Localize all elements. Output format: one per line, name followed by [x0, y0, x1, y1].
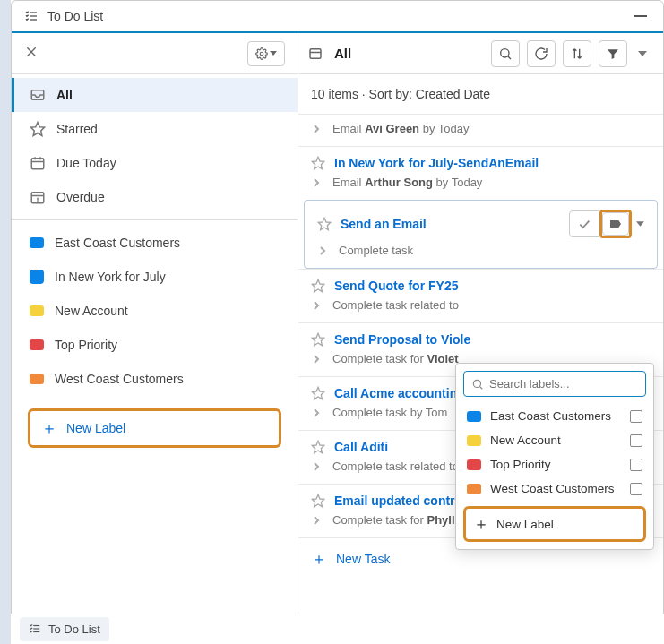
new-label-text: New Label [66, 421, 125, 435]
nav-item-all[interactable]: All [12, 78, 298, 112]
chevron-right-icon [313, 408, 323, 418]
star-icon[interactable] [311, 386, 325, 400]
task-subtext: Email Arthur Song by Today [332, 176, 482, 189]
task-title[interactable]: Email updated contract [334, 494, 473, 508]
label-task-button[interactable] [602, 212, 629, 236]
nav-item-starred[interactable]: Starred [12, 112, 298, 146]
nav-label: Overdue [56, 190, 105, 204]
task-item[interactable]: In New York for July-SendAnEmail Email A… [298, 146, 663, 200]
svg-point-5 [260, 52, 263, 56]
complete-task-button[interactable] [569, 210, 599, 237]
label-color-chip [467, 484, 481, 494]
sidebar-toolbar [12, 33, 298, 74]
label-option-text: East Coast Customers [490, 409, 611, 423]
chevron-right-icon [313, 461, 323, 472]
checkbox[interactable] [630, 459, 642, 471]
label-option-text: West Coast Customers [490, 482, 615, 495]
svg-marker-26 [312, 494, 323, 506]
footer-todo-button[interactable]: To Do List [20, 617, 109, 641]
task-title[interactable]: Call Aditi [334, 440, 388, 454]
refresh-button[interactable] [527, 40, 556, 67]
svg-point-18 [501, 48, 509, 56]
sidebar-label-ny-july[interactable]: In New York for July [12, 260, 298, 294]
nav-item-due-today[interactable]: Due Today [12, 146, 298, 180]
sidebar-label-new-account[interactable]: New Account [12, 294, 298, 328]
nav-label: Due Today [56, 156, 116, 170]
chevron-right-icon [313, 515, 323, 526]
label-search-input[interactable] [489, 377, 640, 391]
nav-label: East Coast Customers [55, 236, 180, 250]
task-actions [569, 210, 648, 238]
plus-icon: ＋ [311, 551, 327, 567]
star-icon[interactable] [311, 494, 325, 508]
overdue-icon [30, 189, 46, 205]
label-color-chip [30, 339, 44, 350]
svg-point-15 [38, 202, 39, 202]
star-icon[interactable] [311, 440, 325, 454]
settings-dropdown-button[interactable] [247, 41, 285, 66]
sort-icon [570, 47, 584, 61]
star-icon[interactable] [311, 156, 325, 170]
label-color-chip [30, 270, 44, 284]
label-option[interactable]: East Coast Customers [463, 404, 646, 428]
task-title[interactable]: Send an Email [341, 217, 427, 231]
filter-button[interactable] [599, 40, 627, 67]
star-icon[interactable] [311, 279, 325, 293]
minimize-button[interactable] [634, 15, 647, 17]
label-search-field[interactable] [463, 371, 646, 397]
footer-label: To Do List [48, 623, 100, 636]
caret-down-icon [270, 51, 277, 56]
task-title[interactable]: Send Quote for FY25 [334, 279, 458, 293]
caret-down-icon [638, 51, 647, 56]
chevron-right-icon [313, 177, 323, 188]
svg-marker-21 [318, 218, 330, 229]
plus-icon: ＋ [41, 420, 57, 436]
list-meta: 10 items · Sort by: Created Date [298, 74, 663, 114]
checkbox[interactable] [630, 410, 642, 423]
checkbox[interactable] [630, 434, 642, 447]
inbox-icon [30, 87, 46, 103]
more-dropdown-button[interactable] [634, 51, 651, 56]
task-actions-dropdown[interactable] [632, 210, 648, 237]
chevron-right-icon [313, 300, 323, 311]
sidebar-label-east-coast[interactable]: East Coast Customers [12, 226, 298, 260]
task-item-selected[interactable]: Send an Email Complete task [304, 200, 658, 269]
label-option[interactable]: New Account [463, 428, 646, 452]
star-icon[interactable] [311, 332, 325, 347]
svg-line-28 [479, 386, 482, 389]
sidebar-label-top-priority[interactable]: Top Priority [12, 328, 298, 362]
label-color-chip [30, 305, 44, 316]
search-icon [498, 47, 513, 61]
label-color-chip [467, 459, 481, 470]
gear-icon [255, 47, 268, 60]
task-title[interactable]: Call Acme accountin [334, 386, 457, 400]
task-title[interactable]: Send Proposal to Viole [334, 332, 470, 347]
refresh-icon [534, 47, 548, 61]
task-title[interactable]: In New York for July-SendAnEmail [334, 156, 539, 170]
label-option[interactable]: West Coast Customers [463, 477, 646, 501]
nav-label: Top Priority [55, 338, 117, 352]
chevron-right-icon [319, 245, 330, 256]
chevron-right-icon [313, 124, 323, 134]
task-item[interactable]: Email Avi Green by Today [298, 114, 663, 146]
search-button[interactable] [491, 40, 520, 67]
task-subtext: Complete task for Violet [332, 352, 459, 365]
label-option[interactable]: Top Priority [463, 452, 646, 477]
svg-point-27 [473, 380, 480, 387]
todo-list-icon [24, 9, 39, 23]
task-subtext: Complete task related to [332, 298, 459, 312]
nav-label: In New York for July [55, 270, 166, 284]
sort-button[interactable] [563, 40, 591, 67]
sidebar: All Starred Due Today Overdue [12, 33, 298, 643]
nav-item-overdue[interactable]: Overdue [12, 180, 298, 214]
svg-marker-22 [312, 279, 323, 291]
label-popup: East Coast Customers New Account Top Pri… [455, 363, 654, 550]
star-icon[interactable] [317, 217, 332, 231]
close-sidebar-button[interactable] [24, 45, 42, 63]
task-item[interactable]: Send Quote for FY25 Complete task relate… [298, 269, 663, 322]
new-label-button[interactable]: ＋ New Label [30, 411, 279, 445]
checkbox[interactable] [630, 483, 642, 495]
popup-new-label-button[interactable]: ＋ New Label [466, 509, 643, 539]
sidebar-label-west-coast[interactable]: West Coast Customers [12, 362, 298, 396]
sidebar-labels: East Coast Customers In New York for Jul… [12, 222, 298, 399]
